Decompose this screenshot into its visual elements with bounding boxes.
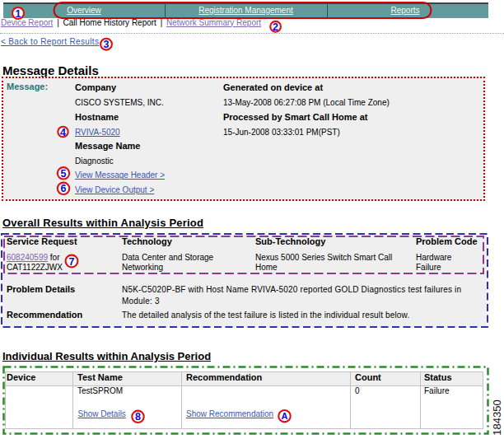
svg-text:3: 3 [104,39,110,50]
svg-text:2: 2 [273,21,278,33]
svg-text:184350: 184350 [491,399,503,435]
svg-text:4: 4 [60,127,66,138]
svg-text:6: 6 [61,183,67,194]
svg-text:A: A [282,411,288,421]
svg-text:7: 7 [69,256,75,268]
svg-text:1: 1 [16,8,21,20]
svg-text:8: 8 [135,411,141,423]
svg-text:5: 5 [61,168,67,180]
